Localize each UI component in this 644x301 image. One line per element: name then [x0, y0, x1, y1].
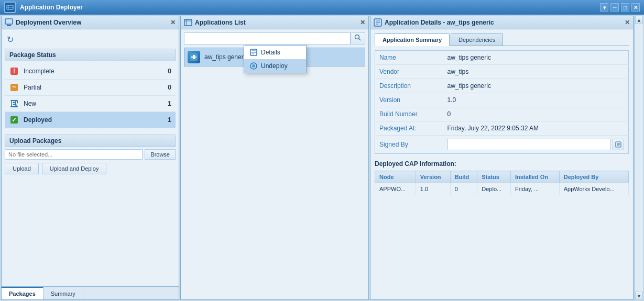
search-button[interactable]: [351, 32, 365, 44]
summary-val-description: aw_tips generic: [443, 79, 629, 93]
refresh-icon[interactable]: ↻: [7, 35, 176, 44]
undeploy-icon: [249, 62, 258, 70]
summary-key-signed: Signed By: [375, 136, 443, 154]
summary-row-vendor: Vendor aw_tips: [375, 65, 629, 79]
partial-count: 0: [161, 84, 171, 91]
scroll-track: [635, 24, 643, 292]
application-details-body: Application Summary Dependencies Name aw…: [370, 29, 633, 299]
app-details-icon: [374, 18, 382, 27]
incomplete-icon: !: [9, 66, 19, 76]
package-status-title: Package Status: [5, 49, 176, 61]
cap-cell-node: APPWO...: [375, 183, 416, 195]
file-input[interactable]: [5, 149, 143, 160]
applications-list-panel: Applications List ✕: [180, 16, 369, 300]
svg-rect-22: [193, 55, 195, 59]
summary-key-name: Name: [375, 51, 443, 65]
summary-row-description: Description aw_tips generic: [375, 79, 629, 93]
svg-rect-15: [184, 19, 192, 26]
svg-point-18: [355, 35, 359, 39]
context-menu-details[interactable]: Details: [244, 46, 306, 59]
applications-list-body: aw_tips generic Details: [181, 29, 368, 299]
upload-button[interactable]: Upload: [5, 163, 39, 174]
cap-cell-installed: Friday, ...: [510, 183, 559, 195]
scroll-up-arrow[interactable]: ▲: [635, 16, 643, 24]
title-bar-controls: ▾ ─ □ ✕: [600, 3, 640, 12]
main-content: Deployment Overview ✕ ↻ Package Status !…: [0, 15, 644, 301]
detail-tabs: Application Summary Dependencies: [375, 34, 629, 46]
deployed-cap-title: Deployed CAP Information:: [375, 160, 629, 168]
panel-icon: [5, 18, 13, 27]
cap-col-version: Version: [416, 171, 450, 183]
details-icon: [249, 48, 258, 57]
summary-key-description: Description: [375, 79, 443, 93]
app-title: Application Deployer: [20, 4, 83, 11]
details-label: Details: [261, 49, 280, 56]
summary-row-build: Build Number 0: [375, 107, 629, 121]
tab-summary[interactable]: Summary: [43, 287, 83, 299]
new-label: New: [24, 100, 161, 107]
browse-button[interactable]: Browse: [145, 149, 176, 160]
application-details-header: Application Details - aw_tips generic ✕: [370, 16, 633, 29]
status-item-deployed[interactable]: ✓ Deployed 1: [5, 112, 176, 128]
upload-section: Browse Upload Upload and Deploy: [5, 149, 176, 174]
summary-table: Name aw_tips generic Vendor aw_tips Desc…: [375, 50, 629, 154]
deployed-label: Deployed: [24, 116, 161, 124]
summary-val-version: 1.0: [443, 93, 629, 107]
summary-val-vendor: aw_tips: [443, 65, 629, 79]
svg-text:~: ~: [12, 84, 16, 91]
context-menu-undeploy[interactable]: Undeploy: [244, 59, 306, 73]
signed-by-browse-button[interactable]: [613, 139, 624, 150]
upload-deploy-button[interactable]: Upload and Deploy: [42, 163, 107, 174]
signed-by-input[interactable]: [447, 139, 611, 150]
svg-text:NEW: NEW: [9, 100, 19, 107]
upload-section-title: Upload Packages: [5, 135, 176, 147]
status-item-new[interactable]: NEW New 1: [5, 96, 176, 112]
cap-col-installed: Installed On: [510, 171, 559, 183]
deployment-overview-title: Deployment Overview: [16, 19, 81, 26]
app-name-aw-tips: aw_tips generic: [204, 53, 248, 61]
svg-rect-4: [7, 25, 11, 26]
context-menu: Details Undeploy: [244, 45, 307, 73]
title-bar: Application Deployer ▾ ─ □ ✕: [0, 0, 644, 15]
summary-val-build: 0: [443, 107, 629, 121]
bottom-tabs: Packages Summary: [2, 286, 179, 299]
partial-icon: ~: [9, 82, 19, 93]
deployed-count: 1: [161, 116, 171, 124]
close-btn[interactable]: ✕: [631, 3, 640, 12]
deployment-overview-body: ↻ Package Status ! Incomplete 0: [2, 29, 179, 286]
action-buttons: Upload Upload and Deploy: [5, 163, 176, 174]
minimize-btn[interactable]: ─: [610, 3, 619, 12]
summary-row-name: Name aw_tips generic: [375, 51, 629, 65]
svg-text:!: !: [13, 68, 15, 75]
cap-cell-status: Deplo...: [477, 183, 511, 195]
deployment-overview-panel: Deployment Overview ✕ ↻ Package Status !…: [1, 16, 179, 300]
status-item-partial[interactable]: ~ Partial 0: [5, 80, 176, 96]
summary-row-version: Version 1.0: [375, 93, 629, 107]
new-icon: NEW: [9, 98, 19, 109]
incomplete-label: Incomplete: [24, 68, 161, 75]
application-details-close[interactable]: ✕: [625, 19, 630, 26]
maximize-btn[interactable]: □: [621, 3, 629, 12]
apps-list-icon: [184, 18, 192, 27]
tab-dependencies[interactable]: Dependencies: [451, 34, 503, 46]
summary-val-name: aw_tips generic: [443, 51, 629, 65]
status-item-incomplete[interactable]: ! Incomplete 0: [5, 63, 176, 80]
application-details-panel: Application Details - aw_tips generic ✕ …: [370, 16, 634, 300]
deployment-overview-header: Deployment Overview ✕: [2, 16, 179, 29]
applications-list-close[interactable]: ✕: [360, 19, 365, 26]
status-list: ! Incomplete 0 ~ Partial 0: [5, 63, 176, 128]
deployment-overview-close[interactable]: ✕: [170, 19, 176, 26]
partial-label: Partial: [24, 84, 161, 91]
scroll-down-arrow[interactable]: ▼: [635, 292, 643, 300]
svg-point-28: [252, 64, 255, 68]
summary-key-version: Version: [375, 93, 443, 107]
cap-table-header-row: Node Version Build Status Installed On D…: [375, 171, 629, 183]
cap-col-node: Node: [375, 171, 416, 183]
tab-application-summary[interactable]: Application Summary: [375, 34, 450, 46]
search-input[interactable]: [184, 32, 351, 44]
tab-packages[interactable]: Packages: [2, 287, 43, 299]
application-details-title: Application Details - aw_tips generic: [385, 19, 494, 26]
svg-text:✓: ✓: [12, 116, 17, 124]
cap-table: Node Version Build Status Installed On D…: [375, 171, 629, 195]
dropdown-btn[interactable]: ▾: [600, 3, 608, 12]
